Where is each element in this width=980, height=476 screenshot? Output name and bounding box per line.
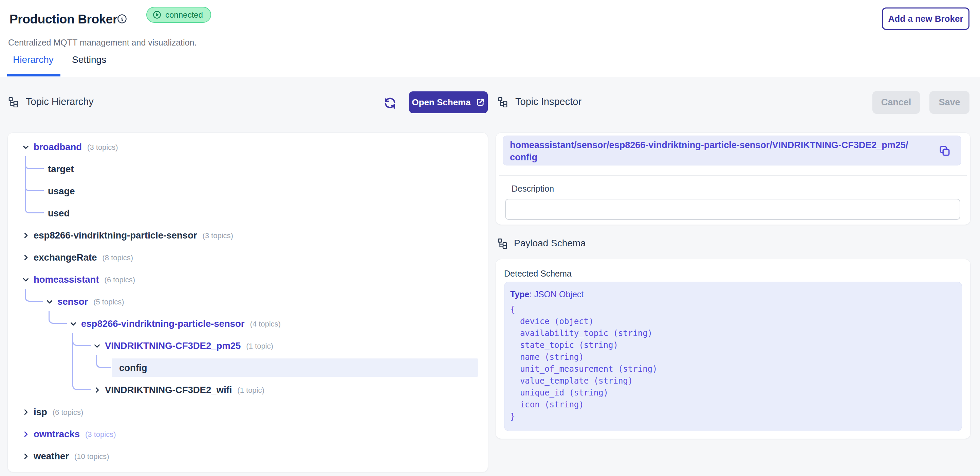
chevron-down-icon[interactable] [21, 275, 30, 284]
topic-count: (6 topics) [52, 407, 83, 417]
tree-node-label: target [48, 164, 74, 175]
tree-node-row[interactable]: exchangeRate(8 topics) [8, 246, 485, 268]
tree-node-label: weather [33, 451, 69, 462]
page-subtitle: Centralized MQTT management and visualiz… [8, 38, 197, 48]
topic-count: (4 topics) [250, 319, 280, 329]
play-circle-icon [153, 10, 162, 19]
tree-node-row[interactable]: esp8266-vindriktning-particle-sensor(4 t… [8, 313, 485, 335]
tree-node-label: exchangeRate [33, 252, 97, 263]
tab-settings[interactable]: Settings [72, 54, 106, 65]
topic-hierarchy-header: Topic Hierarchy [8, 96, 94, 107]
topic-count: (5 topics) [93, 297, 124, 307]
tree-node-label: broadband [33, 142, 82, 153]
payload-schema-title: Payload Schema [514, 238, 586, 249]
payload-schema-panel: Detected Schema Type: JSON Object { devi… [496, 259, 970, 439]
add-broker-button[interactable]: Add a new Broker [882, 8, 969, 30]
tree-node-label: owntracks [33, 429, 80, 440]
topic-count: (3 topics) [202, 230, 233, 240]
active-tab-underline [7, 74, 60, 77]
tree-node-label: VINDRIKTNING-CF3DE2_wifi [105, 385, 232, 396]
chevron-right-icon[interactable] [21, 430, 30, 439]
copy-button[interactable] [939, 145, 951, 157]
refresh-icon [383, 96, 397, 110]
hierarchy-icon [497, 96, 508, 107]
open-schema-label: Open Schema [412, 97, 471, 108]
divider [500, 175, 967, 176]
hierarchy-icon [497, 238, 508, 249]
tree-node-label: VINDRIKTNING-CF3DE2_pm25 [105, 340, 241, 351]
hierarchy-icon [8, 96, 19, 107]
app-header: Production Broker connected Centralized … [0, 0, 980, 77]
page-title: Production Broker [10, 12, 118, 27]
tree-node-row[interactable]: weather(10 topics) [8, 445, 485, 467]
topic-count: (10 topics) [74, 451, 109, 461]
detected-schema-block: Type: JSON Object { device (object) avai… [504, 282, 962, 431]
topic-count: (1 topic) [246, 341, 273, 351]
detected-schema-label: Detected Schema [504, 269, 572, 279]
copy-icon [939, 145, 951, 157]
topic-inspector-panel: homeassistant/sensor/esp8266-vindriktnin… [496, 133, 970, 225]
tree-node-label: config [119, 363, 147, 374]
tree-node-label: homeassistant [33, 274, 99, 285]
topic-count: (1 topic) [237, 385, 264, 395]
topic-hierarchy-title: Topic Hierarchy [26, 96, 94, 107]
tree-node-row[interactable]: broadband(3 topics) [8, 136, 485, 158]
chevron-right-icon[interactable] [93, 386, 102, 395]
topic-count: (6 topics) [105, 275, 135, 284]
chevron-down-icon[interactable] [45, 297, 54, 306]
tree-node-label: used [48, 208, 70, 219]
external-link-icon [476, 97, 485, 107]
tree-node-label: esp8266-vindriktning-particle-sensor [33, 230, 197, 241]
tree-node-row[interactable]: sensor(5 topics) [8, 291, 485, 313]
description-label: Description [512, 184, 554, 194]
tree-node-row[interactable]: target [8, 158, 485, 180]
tree-node-row[interactable]: owntracks(3 topics) [8, 423, 485, 445]
topic-tree: broadband(3 topics)targetusageusedesp826… [8, 133, 488, 472]
schema-type-value: : JSON Object [530, 289, 584, 299]
status-badge: connected [146, 7, 211, 23]
schema-code: { device (object) availability_topic (st… [510, 304, 657, 423]
tree-node-row[interactable]: usage [8, 180, 485, 202]
topic-path-box: homeassistant/sensor/esp8266-vindriktnin… [503, 136, 961, 166]
tree-node-label: isp [33, 407, 47, 418]
chevron-right-icon[interactable] [21, 452, 30, 461]
tree-node-row[interactable]: VINDRIKTNING-CF3DE2_wifi(1 topic) [8, 379, 485, 401]
schema-type-line: Type: JSON Object [510, 289, 584, 299]
save-button[interactable]: Save [929, 91, 969, 114]
open-schema-button[interactable]: Open Schema [409, 91, 488, 113]
topic-inspector-title: Topic Inspector [515, 96, 581, 107]
chevron-down-icon[interactable] [69, 319, 78, 328]
description-input[interactable] [505, 199, 960, 220]
tree-node-row[interactable]: homeassistant(6 topics) [8, 268, 485, 291]
tab-hierarchy[interactable]: Hierarchy [13, 54, 54, 65]
topic-hierarchy-panel: broadband(3 topics)targetusageusedesp826… [8, 133, 488, 472]
cancel-button[interactable]: Cancel [872, 91, 920, 114]
status-badge-label: connected [165, 10, 203, 20]
tree-node-label: sensor [57, 296, 88, 307]
schema-type-key: Type [510, 289, 530, 299]
tree-node-row[interactable]: esp8266-vindriktning-particle-sensor(3 t… [8, 224, 485, 246]
chevron-down-icon[interactable] [93, 342, 102, 350]
chevron-right-icon[interactable] [21, 408, 30, 417]
topic-count: (3 topics) [85, 429, 116, 439]
tree-node-label: esp8266-vindriktning-particle-sensor [81, 318, 244, 329]
topic-inspector-header: Topic Inspector [497, 96, 581, 107]
tree-node-row[interactable]: used [8, 202, 485, 224]
chevron-right-icon[interactable] [21, 253, 30, 262]
info-icon[interactable] [117, 14, 127, 24]
chevron-right-icon[interactable] [21, 231, 30, 240]
payload-schema-header: Payload Schema [497, 238, 586, 249]
topic-count: (3 topics) [87, 142, 118, 152]
tree-node-row[interactable]: isp(6 topics) [8, 401, 485, 423]
topic-count: (8 topics) [102, 252, 133, 262]
chevron-down-icon[interactable] [21, 143, 30, 152]
selected-row-highlight [112, 358, 478, 377]
topic-path: homeassistant/sensor/esp8266-vindriktnin… [510, 139, 922, 163]
refresh-button[interactable] [381, 94, 399, 112]
tree-node-label: usage [48, 186, 75, 197]
